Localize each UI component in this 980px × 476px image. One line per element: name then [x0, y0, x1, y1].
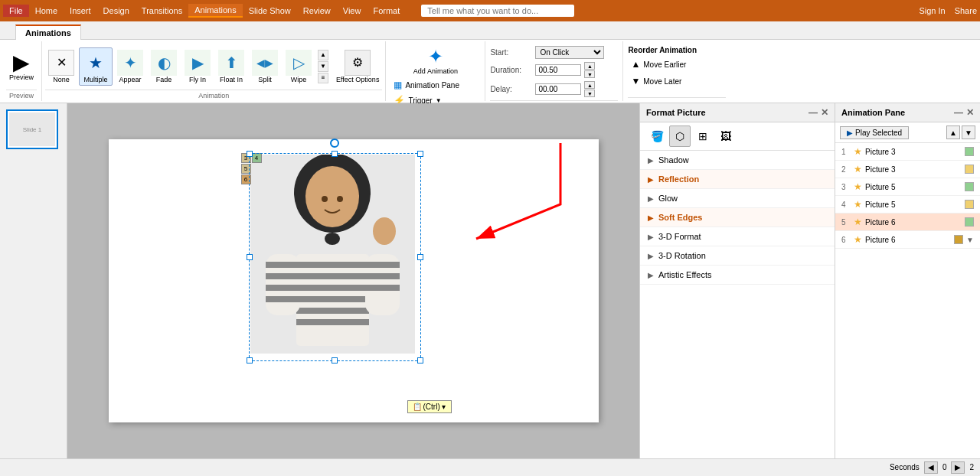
multiple-button[interactable]: ★ Multiple [79, 47, 113, 86]
3d-rotation-section[interactable]: ▶ 3-D Rotation [640, 246, 835, 266]
none-button[interactable]: ✕ None [45, 48, 77, 85]
preview-icon: ▶ [13, 52, 30, 73]
anim-name-6: Picture 6 [865, 236, 951, 244]
flyin-button[interactable]: ▶ Fly In [181, 48, 214, 85]
home-menu-item[interactable]: Home [29, 5, 64, 17]
slide-thumbnail[interactable]: Slide 1 [6, 109, 58, 149]
anim-item-5[interactable]: 5 ★ Picture 6 [835, 214, 980, 231]
search-input[interactable] [421, 5, 574, 17]
effect-options-button[interactable]: ⚙ Effect Options [333, 48, 382, 85]
file-menu-item[interactable]: File [3, 5, 29, 17]
artistic-effects-expand-icon: ▶ [648, 271, 654, 279]
anim-item-2[interactable]: 2 ★ Picture 3 [835, 161, 980, 178]
svg-rect-6 [296, 273, 369, 279]
anim-move-down-button[interactable]: ▼ [962, 126, 975, 139]
handle-tr[interactable] [417, 151, 423, 157]
3d-format-section[interactable]: ▶ 3-D Format [640, 227, 835, 246]
anim-item-3[interactable]: 3 ★ Picture 5 [835, 178, 980, 196]
more-button[interactable]: ≡ [318, 73, 328, 83]
format-fill-tab[interactable]: 🪣 [646, 126, 668, 147]
flyin-icon: ▶ [185, 50, 211, 76]
tab-animations[interactable]: Animations [15, 24, 81, 40]
animations-menu-item[interactable]: Animations [188, 4, 242, 18]
svg-rect-19 [365, 285, 400, 291]
anim-pane-minimize-button[interactable]: — [954, 107, 963, 118]
wipe-button[interactable]: ▷ Wipe [283, 48, 315, 85]
share-link[interactable]: Share [955, 6, 977, 15]
seconds-label[interactable]: Seconds [890, 463, 920, 471]
format-menu-item[interactable]: Format [367, 5, 406, 17]
delay-label: Delay: [490, 85, 532, 93]
format-sections: ▶ Shadow ▶ Reflection ▶ Glow ▶ Soft Edge… [640, 151, 835, 458]
slideshow-menu-item[interactable]: Slide Show [243, 5, 297, 17]
delay-input[interactable] [535, 83, 581, 95]
artistic-effects-section[interactable]: ▶ Artistic Effects [640, 266, 835, 285]
handle-bm[interactable] [332, 357, 338, 364]
play-selected-button[interactable]: ▶ Play Selected [840, 126, 909, 139]
nav-left-button[interactable]: ◀ [924, 461, 938, 474]
transitions-menu-item[interactable]: Transitions [136, 5, 188, 17]
format-size-tab[interactable]: ⊞ [692, 126, 714, 147]
fade-button[interactable]: ◐ Fade [148, 48, 180, 85]
svg-rect-15 [266, 296, 300, 302]
format-picture-tab[interactable]: 🖼 [715, 126, 737, 147]
design-menu-item[interactable]: Design [97, 5, 136, 17]
anim-color-3 [965, 182, 974, 191]
soft-edges-section[interactable]: ▶ Soft Edges [640, 208, 835, 227]
format-panel-close-button[interactable]: ✕ [821, 107, 828, 118]
rotate-handle[interactable] [330, 139, 339, 148]
add-animation-button[interactable]: ✦ Add Animation [390, 44, 480, 77]
move-later-icon: ▼ [631, 76, 640, 86]
start-select[interactable]: On Click [535, 46, 604, 59]
anim-item-1[interactable]: 1 ★ Picture 3 [835, 143, 980, 161]
wipe-icon: ▷ [286, 50, 312, 76]
handle-br[interactable] [417, 357, 423, 364]
delay-up-button[interactable]: ▲ [584, 81, 595, 89]
anim-star-1: ★ [854, 146, 862, 157]
duration-up-button[interactable]: ▲ [584, 62, 595, 70]
move-later-button[interactable]: ▼ Move Later [628, 74, 726, 88]
anim-num-4: 4 [841, 201, 851, 209]
anim-badge-6: 6 [241, 174, 251, 184]
insert-menu-item[interactable]: Insert [64, 5, 97, 17]
floatin-icon: ⬆ [218, 50, 244, 76]
svg-point-23 [325, 233, 340, 245]
scroll-up-button[interactable]: ▲ [318, 50, 328, 60]
animation-list: 1 ★ Picture 3 2 ★ Picture 3 3 ★ Picture … [835, 143, 980, 458]
animation-pane-button[interactable]: ▦ Animation Pane [390, 78, 480, 92]
anim-name-5: Picture 6 [865, 218, 962, 227]
floatin-button[interactable]: ⬆ Float In [215, 48, 247, 85]
format-effects-tab[interactable]: ⬡ [669, 126, 691, 147]
glow-section[interactable]: ▶ Glow [640, 189, 835, 208]
delay-down-button[interactable]: ▼ [584, 90, 595, 97]
artistic-effects-label: Artistic Effects [658, 270, 711, 279]
ctrl-tooltip[interactable]: 📋 (Ctrl) ▾ [407, 400, 452, 413]
shadow-section[interactable]: ▶ Shadow [640, 151, 835, 170]
move-earlier-button[interactable]: ▲ Move Earlier [628, 57, 726, 71]
split-button[interactable]: ◀▶ Split [249, 48, 281, 85]
start-label: Start: [490, 48, 532, 57]
duration-down-button[interactable]: ▼ [584, 70, 595, 78]
reflection-section[interactable]: ▶ Reflection [640, 170, 835, 189]
appear-button[interactable]: ✦ Appear [114, 48, 146, 85]
view-menu-item[interactable]: View [337, 5, 368, 17]
animation-badge-group: 3 4 5 6 [241, 153, 262, 184]
svg-point-20 [373, 217, 396, 245]
anim-dropdown-6-icon[interactable]: ▼ [966, 236, 974, 244]
nav-right-button[interactable]: ▶ [951, 461, 965, 474]
anim-move-up-button[interactable]: ▲ [946, 126, 960, 139]
anim-item-4[interactable]: 4 ★ Picture 5 [835, 196, 980, 214]
handle-mr[interactable] [417, 254, 423, 260]
fade-icon: ◐ [151, 50, 177, 76]
anim-item-6[interactable]: 6 ★ Picture 6 ▼ [835, 231, 980, 249]
format-panel-header: Format Picture — ✕ [640, 103, 835, 122]
sign-in-link[interactable]: Sign In [919, 6, 945, 15]
scroll-down-button[interactable]: ▼ [318, 61, 328, 72]
review-menu-item[interactable]: Review [297, 5, 337, 17]
format-panel-minimize-button[interactable]: — [808, 107, 818, 118]
anim-pane-close-button[interactable]: ✕ [966, 107, 974, 118]
duration-input[interactable] [535, 64, 581, 76]
person-image[interactable] [250, 155, 415, 354]
preview-button[interactable]: ▶ Preview [6, 51, 37, 83]
handle-bl[interactable] [247, 357, 253, 364]
